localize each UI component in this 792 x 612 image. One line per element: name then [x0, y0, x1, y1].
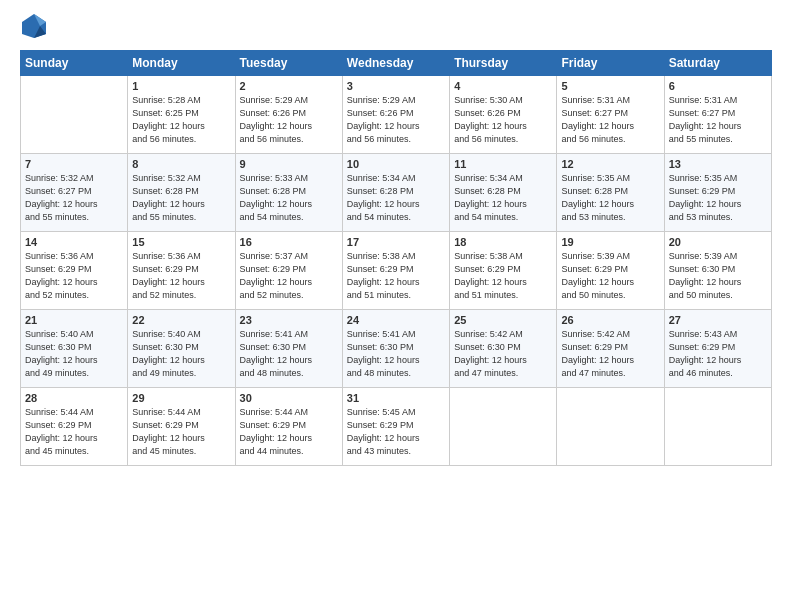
- calendar-cell: 3Sunrise: 5:29 AM Sunset: 6:26 PM Daylig…: [342, 76, 449, 154]
- day-info: Sunrise: 5:38 AM Sunset: 6:29 PM Dayligh…: [454, 250, 552, 302]
- day-info: Sunrise: 5:32 AM Sunset: 6:27 PM Dayligh…: [25, 172, 123, 224]
- day-number: 12: [561, 158, 659, 170]
- day-info: Sunrise: 5:39 AM Sunset: 6:29 PM Dayligh…: [561, 250, 659, 302]
- header-row: SundayMondayTuesdayWednesdayThursdayFrid…: [21, 51, 772, 76]
- calendar-cell: 23Sunrise: 5:41 AM Sunset: 6:30 PM Dayli…: [235, 310, 342, 388]
- calendar-cell: 14Sunrise: 5:36 AM Sunset: 6:29 PM Dayli…: [21, 232, 128, 310]
- calendar-cell: 27Sunrise: 5:43 AM Sunset: 6:29 PM Dayli…: [664, 310, 771, 388]
- calendar-cell: 20Sunrise: 5:39 AM Sunset: 6:30 PM Dayli…: [664, 232, 771, 310]
- day-info: Sunrise: 5:38 AM Sunset: 6:29 PM Dayligh…: [347, 250, 445, 302]
- day-info: Sunrise: 5:35 AM Sunset: 6:28 PM Dayligh…: [561, 172, 659, 224]
- calendar-cell: 17Sunrise: 5:38 AM Sunset: 6:29 PM Dayli…: [342, 232, 449, 310]
- calendar-cell: 2Sunrise: 5:29 AM Sunset: 6:26 PM Daylig…: [235, 76, 342, 154]
- day-number: 10: [347, 158, 445, 170]
- day-info: Sunrise: 5:41 AM Sunset: 6:30 PM Dayligh…: [240, 328, 338, 380]
- day-number: 13: [669, 158, 767, 170]
- calendar-cell: 13Sunrise: 5:35 AM Sunset: 6:29 PM Dayli…: [664, 154, 771, 232]
- calendar-cell: 8Sunrise: 5:32 AM Sunset: 6:28 PM Daylig…: [128, 154, 235, 232]
- day-number: 4: [454, 80, 552, 92]
- col-header-wednesday: Wednesday: [342, 51, 449, 76]
- calendar-cell: 28Sunrise: 5:44 AM Sunset: 6:29 PM Dayli…: [21, 388, 128, 466]
- logo: [20, 16, 52, 40]
- calendar-cell: 21Sunrise: 5:40 AM Sunset: 6:30 PM Dayli…: [21, 310, 128, 388]
- calendar-cell: 12Sunrise: 5:35 AM Sunset: 6:28 PM Dayli…: [557, 154, 664, 232]
- logo-icon: [20, 12, 48, 40]
- header: [20, 16, 772, 40]
- day-number: 22: [132, 314, 230, 326]
- calendar-cell: 26Sunrise: 5:42 AM Sunset: 6:29 PM Dayli…: [557, 310, 664, 388]
- day-number: 5: [561, 80, 659, 92]
- day-info: Sunrise: 5:28 AM Sunset: 6:25 PM Dayligh…: [132, 94, 230, 146]
- calendar-cell: 24Sunrise: 5:41 AM Sunset: 6:30 PM Dayli…: [342, 310, 449, 388]
- day-info: Sunrise: 5:39 AM Sunset: 6:30 PM Dayligh…: [669, 250, 767, 302]
- day-info: Sunrise: 5:45 AM Sunset: 6:29 PM Dayligh…: [347, 406, 445, 458]
- col-header-thursday: Thursday: [450, 51, 557, 76]
- day-number: 31: [347, 392, 445, 404]
- day-number: 3: [347, 80, 445, 92]
- calendar-cell: [450, 388, 557, 466]
- week-row-4: 21Sunrise: 5:40 AM Sunset: 6:30 PM Dayli…: [21, 310, 772, 388]
- col-header-saturday: Saturday: [664, 51, 771, 76]
- day-number: 6: [669, 80, 767, 92]
- calendar-cell: 29Sunrise: 5:44 AM Sunset: 6:29 PM Dayli…: [128, 388, 235, 466]
- day-number: 21: [25, 314, 123, 326]
- calendar-cell: 7Sunrise: 5:32 AM Sunset: 6:27 PM Daylig…: [21, 154, 128, 232]
- day-info: Sunrise: 5:36 AM Sunset: 6:29 PM Dayligh…: [25, 250, 123, 302]
- day-info: Sunrise: 5:34 AM Sunset: 6:28 PM Dayligh…: [454, 172, 552, 224]
- calendar-cell: 1Sunrise: 5:28 AM Sunset: 6:25 PM Daylig…: [128, 76, 235, 154]
- calendar-cell: 15Sunrise: 5:36 AM Sunset: 6:29 PM Dayli…: [128, 232, 235, 310]
- calendar-cell: 11Sunrise: 5:34 AM Sunset: 6:28 PM Dayli…: [450, 154, 557, 232]
- day-info: Sunrise: 5:42 AM Sunset: 6:29 PM Dayligh…: [561, 328, 659, 380]
- day-number: 26: [561, 314, 659, 326]
- day-number: 29: [132, 392, 230, 404]
- day-info: Sunrise: 5:31 AM Sunset: 6:27 PM Dayligh…: [669, 94, 767, 146]
- day-info: Sunrise: 5:40 AM Sunset: 6:30 PM Dayligh…: [25, 328, 123, 380]
- calendar-table: SundayMondayTuesdayWednesdayThursdayFrid…: [20, 50, 772, 466]
- day-number: 1: [132, 80, 230, 92]
- day-info: Sunrise: 5:42 AM Sunset: 6:30 PM Dayligh…: [454, 328, 552, 380]
- day-info: Sunrise: 5:44 AM Sunset: 6:29 PM Dayligh…: [132, 406, 230, 458]
- day-info: Sunrise: 5:40 AM Sunset: 6:30 PM Dayligh…: [132, 328, 230, 380]
- calendar-cell: 16Sunrise: 5:37 AM Sunset: 6:29 PM Dayli…: [235, 232, 342, 310]
- day-info: Sunrise: 5:36 AM Sunset: 6:29 PM Dayligh…: [132, 250, 230, 302]
- calendar-cell: 6Sunrise: 5:31 AM Sunset: 6:27 PM Daylig…: [664, 76, 771, 154]
- day-number: 20: [669, 236, 767, 248]
- day-number: 16: [240, 236, 338, 248]
- day-info: Sunrise: 5:31 AM Sunset: 6:27 PM Dayligh…: [561, 94, 659, 146]
- calendar-cell: 18Sunrise: 5:38 AM Sunset: 6:29 PM Dayli…: [450, 232, 557, 310]
- col-header-tuesday: Tuesday: [235, 51, 342, 76]
- calendar-cell: 5Sunrise: 5:31 AM Sunset: 6:27 PM Daylig…: [557, 76, 664, 154]
- day-number: 7: [25, 158, 123, 170]
- calendar-cell: [557, 388, 664, 466]
- day-info: Sunrise: 5:30 AM Sunset: 6:26 PM Dayligh…: [454, 94, 552, 146]
- day-info: Sunrise: 5:44 AM Sunset: 6:29 PM Dayligh…: [25, 406, 123, 458]
- day-info: Sunrise: 5:33 AM Sunset: 6:28 PM Dayligh…: [240, 172, 338, 224]
- day-info: Sunrise: 5:44 AM Sunset: 6:29 PM Dayligh…: [240, 406, 338, 458]
- col-header-friday: Friday: [557, 51, 664, 76]
- week-row-1: 1Sunrise: 5:28 AM Sunset: 6:25 PM Daylig…: [21, 76, 772, 154]
- calendar-cell: [664, 388, 771, 466]
- day-number: 11: [454, 158, 552, 170]
- day-number: 9: [240, 158, 338, 170]
- calendar-cell: 4Sunrise: 5:30 AM Sunset: 6:26 PM Daylig…: [450, 76, 557, 154]
- day-number: 15: [132, 236, 230, 248]
- day-info: Sunrise: 5:32 AM Sunset: 6:28 PM Dayligh…: [132, 172, 230, 224]
- calendar-cell: 30Sunrise: 5:44 AM Sunset: 6:29 PM Dayli…: [235, 388, 342, 466]
- calendar-cell: 22Sunrise: 5:40 AM Sunset: 6:30 PM Dayli…: [128, 310, 235, 388]
- week-row-3: 14Sunrise: 5:36 AM Sunset: 6:29 PM Dayli…: [21, 232, 772, 310]
- col-header-monday: Monday: [128, 51, 235, 76]
- day-info: Sunrise: 5:35 AM Sunset: 6:29 PM Dayligh…: [669, 172, 767, 224]
- calendar-cell: 10Sunrise: 5:34 AM Sunset: 6:28 PM Dayli…: [342, 154, 449, 232]
- calendar-cell: 19Sunrise: 5:39 AM Sunset: 6:29 PM Dayli…: [557, 232, 664, 310]
- day-number: 27: [669, 314, 767, 326]
- day-number: 23: [240, 314, 338, 326]
- calendar-cell: 9Sunrise: 5:33 AM Sunset: 6:28 PM Daylig…: [235, 154, 342, 232]
- day-number: 25: [454, 314, 552, 326]
- calendar-cell: [21, 76, 128, 154]
- day-number: 18: [454, 236, 552, 248]
- calendar-cell: 31Sunrise: 5:45 AM Sunset: 6:29 PM Dayli…: [342, 388, 449, 466]
- day-number: 24: [347, 314, 445, 326]
- day-info: Sunrise: 5:34 AM Sunset: 6:28 PM Dayligh…: [347, 172, 445, 224]
- day-number: 19: [561, 236, 659, 248]
- col-header-sunday: Sunday: [21, 51, 128, 76]
